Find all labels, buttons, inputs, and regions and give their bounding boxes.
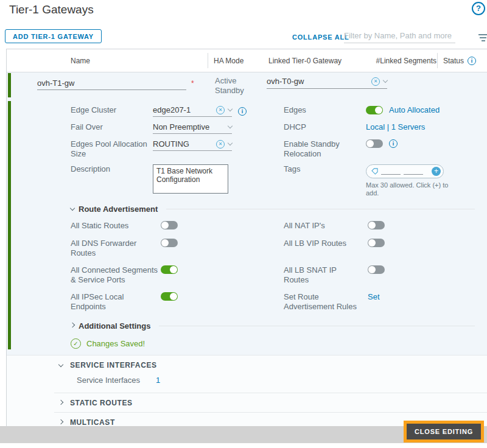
- chevron-down-icon[interactable]: [228, 124, 233, 128]
- service-interfaces-section-header[interactable]: SERVICE INTERFACES: [7, 355, 487, 374]
- toggle-row: All Static Routes All NAT IP's: [7, 221, 487, 231]
- clear-selection-icon[interactable]: ✕: [216, 106, 225, 114]
- collapse-all-link[interactable]: COLLAPSE ALL: [292, 33, 349, 41]
- additional-settings-title: Additional Settings: [79, 321, 150, 331]
- help-icon[interactable]: ?: [472, 2, 485, 15]
- gateway-edit-panel: Edge Cluster edge207-1 ✕ i Edges Auto Al…: [7, 99, 487, 355]
- all-connected-segments-label: All Connected Segments & Service Ports: [71, 265, 159, 285]
- static-routes-section-header[interactable]: STATIC ROUTES: [7, 393, 487, 412]
- filter-input[interactable]: [344, 29, 455, 43]
- close-editing-highlight: CLOSE EDITING: [404, 421, 484, 443]
- all-static-routes-toggle[interactable]: [161, 221, 178, 229]
- all-lb-snat-ip-routes-label: All LB SNAT IP Routes: [284, 265, 362, 285]
- section-rule: [159, 326, 475, 326]
- dhcp-servers-link[interactable]: Local | 1 Servers: [366, 122, 487, 131]
- all-nat-ips-label: All NAT IP's: [284, 221, 362, 231]
- route-advertisement-title: Route Advertisement: [79, 205, 158, 214]
- toggle-row: All DNS Forwarder Routes All LB VIP Rout…: [7, 239, 487, 258]
- static-routes-title: STATIC ROUTES: [70, 399, 133, 407]
- linked-t0-dropdown[interactable]: ovh-T0-gw ✕: [267, 77, 387, 89]
- dhcp-label: DHCP: [284, 122, 366, 132]
- linked-t0-value: ovh-T0-gw: [267, 77, 371, 86]
- column-header-status[interactable]: Status i: [443, 57, 476, 65]
- tag-icon: [371, 168, 378, 175]
- fail-over-dropdown[interactable]: Non Preemptive: [153, 122, 232, 134]
- chevron-down-icon[interactable]: [70, 206, 75, 211]
- chevron-down-icon[interactable]: [228, 141, 233, 145]
- service-interfaces-title: SERVICE INTERFACES: [70, 361, 157, 369]
- filter-funnel-icon[interactable]: [478, 34, 487, 43]
- all-nat-ips-toggle[interactable]: [368, 221, 385, 229]
- set-rules-link[interactable]: Set: [368, 292, 487, 301]
- column-divider: [437, 53, 438, 68]
- chevron-down-icon[interactable]: [58, 362, 63, 366]
- tags-input[interactable]: +: [366, 164, 444, 178]
- add-tier1-gateway-button[interactable]: ADD TIER-1 GATEWAY: [5, 29, 102, 43]
- set-route-advertisement-rules-label: Set Route Advertisement Rules: [284, 292, 362, 312]
- clear-selection-icon[interactable]: ✕: [216, 140, 225, 149]
- all-dns-forwarder-routes-label: All DNS Forwarder Routes: [71, 239, 147, 258]
- selected-row-indicator: [8, 101, 11, 349]
- required-marker: *: [191, 79, 194, 88]
- route-advertisement-header[interactable]: Route Advertisement: [7, 205, 487, 214]
- column-header-linked-t0[interactable]: Linked Tier-0 Gateway: [268, 57, 342, 65]
- table-header-row: Name HA Mode Linked Tier-0 Gateway #Link…: [7, 49, 487, 72]
- chevron-right-icon[interactable]: [58, 419, 63, 424]
- standby-relocation-toggle[interactable]: [366, 139, 383, 148]
- edges-pool-value: ROUTING: [153, 139, 216, 149]
- form-row: Edge Cluster edge207-1 ✕ i Edges Auto Al…: [7, 99, 487, 117]
- column-header-ha-mode[interactable]: HA Mode: [214, 57, 244, 65]
- edge-cluster-info-icon[interactable]: i: [238, 107, 247, 116]
- selected-row-indicator: [8, 73, 11, 97]
- description-textarea[interactable]: T1 Base Network Configuration: [153, 164, 228, 194]
- all-lb-vip-routes-label: All LB VIP Routes: [284, 239, 362, 248]
- toggle-row: All Connected Segments & Service Ports A…: [7, 265, 487, 285]
- chevron-down-icon[interactable]: [383, 78, 388, 83]
- gateway-name-input[interactable]: [37, 77, 186, 90]
- all-ipsec-local-endpoints-label: All IPSec Local Endpoints: [71, 292, 161, 312]
- edge-cluster-value: edge207-1: [153, 105, 216, 114]
- all-connected-segments-toggle[interactable]: [161, 265, 178, 274]
- fail-over-label: Fail Over: [71, 122, 153, 132]
- edges-pool-label: Edges Pool Allocation Size: [71, 139, 149, 159]
- all-ipsec-local-endpoints-toggle[interactable]: [161, 292, 178, 301]
- all-dns-forwarder-routes-toggle[interactable]: [161, 239, 178, 247]
- standby-relocation-info-icon[interactable]: i: [389, 139, 398, 148]
- add-tag-icon[interactable]: +: [432, 167, 441, 176]
- fail-over-value: Non Preemptive: [153, 122, 228, 131]
- all-lb-vip-routes-toggle[interactable]: [368, 239, 385, 247]
- edges-toggle[interactable]: [366, 106, 383, 114]
- additional-settings-header[interactable]: Additional Settings: [7, 321, 487, 331]
- edge-cluster-label: Edge Cluster: [71, 105, 153, 115]
- tag-value-slot[interactable]: [404, 168, 423, 175]
- page-title: Tier-1 Gateways: [9, 3, 94, 16]
- column-header-name[interactable]: Name: [71, 57, 90, 65]
- gateways-table: Name HA Mode Linked Tier-0 Gateway #Link…: [6, 49, 487, 432]
- save-status: ✓ Changes Saved!: [7, 338, 487, 349]
- clear-selection-icon[interactable]: ✕: [371, 77, 380, 86]
- status-info-icon[interactable]: i: [468, 57, 476, 65]
- edges-pool-dropdown[interactable]: ROUTING ✕: [153, 139, 232, 151]
- auto-allocated-link[interactable]: Auto Allocated: [389, 105, 440, 114]
- column-header-linked-segments[interactable]: #Linked Segments: [371, 57, 436, 65]
- all-lb-snat-ip-routes-toggle[interactable]: [368, 265, 385, 274]
- status-header-label: Status: [443, 57, 464, 65]
- toolbar: ADD TIER-1 GATEWAY COLLAPSE ALL: [5, 28, 487, 45]
- gateway-row: * Active Standby ovh-T0-gw ✕: [7, 72, 487, 99]
- multicast-title: MULTICAST: [70, 418, 115, 427]
- ha-mode-value: Active Standby: [215, 76, 258, 96]
- tags-help-text: Max 30 allowed. Click (+) to add.: [366, 181, 454, 197]
- save-status-message: Changes Saved!: [86, 339, 145, 348]
- description-label: Description: [71, 164, 153, 174]
- service-interfaces-count-link[interactable]: 1: [156, 376, 160, 385]
- tags-label: Tags: [284, 164, 366, 174]
- chevron-right-icon[interactable]: [70, 323, 75, 327]
- standby-relocation-label: Enable Standby Relocation: [284, 139, 351, 159]
- edges-label: Edges: [284, 105, 366, 115]
- close-editing-button[interactable]: CLOSE EDITING: [407, 424, 481, 439]
- edge-cluster-dropdown[interactable]: edge207-1 ✕: [153, 105, 232, 117]
- tag-key-slot[interactable]: [381, 168, 401, 175]
- chevron-right-icon[interactable]: [58, 399, 63, 404]
- service-interfaces-row: Service Interfaces 1: [7, 374, 487, 393]
- chevron-down-icon[interactable]: [228, 107, 233, 111]
